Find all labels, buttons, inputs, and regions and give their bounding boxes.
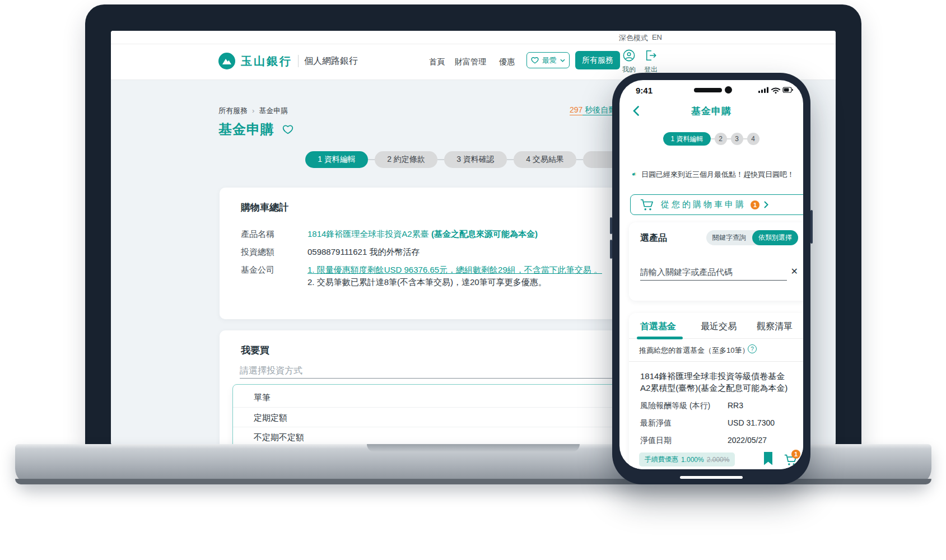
phone-frame: 9:41: [612, 73, 810, 484]
step-connector: [437, 159, 444, 160]
utility-bar: 深色模式 EN: [111, 31, 836, 44]
step-connector: [368, 159, 375, 160]
segment-keyword[interactable]: 關鍵字查詢: [706, 230, 752, 245]
nav-wealth[interactable]: 財富管理: [455, 57, 486, 67]
search-mode-segmented-control: 關鍵字查詢 依類別選擇: [706, 230, 798, 245]
cart-icon: [640, 198, 654, 212]
mountain-logo-icon: [218, 53, 235, 69]
investment-method-dropdown: 單筆 定期定額 不定期不定額: [232, 384, 650, 445]
step-4: 4 交易結果: [514, 151, 576, 168]
phone-step-2: 2: [715, 133, 727, 145]
signal-icon: [758, 87, 768, 94]
risk-level-value: RR3: [728, 401, 743, 410]
countdown-seconds: 297: [570, 105, 582, 115]
tab-watchlist[interactable]: 觀察清單: [757, 321, 793, 333]
volume-up-button: [610, 217, 612, 234]
chevron-right-icon: [764, 201, 768, 208]
status-icons: [758, 86, 793, 96]
cart-summary-title: 購物車總計: [241, 201, 288, 214]
phone-page-title: 基金申購: [619, 105, 803, 118]
fund-cart-icon[interactable]: 1: [784, 454, 798, 469]
chevron-down-icon: [560, 59, 565, 62]
product-name-label: 產品名稱: [241, 229, 274, 240]
step-1: 1 資料編輯: [305, 151, 368, 168]
tab-featured-funds[interactable]: 首選基金: [640, 321, 676, 333]
stage: 深色模式 EN 玉山銀行 個人網路銀行 首頁 財富管理 優惠 最愛: [0, 0, 946, 560]
favorite-heart-icon[interactable]: [282, 124, 293, 134]
clear-search-icon[interactable]: ✕: [791, 266, 798, 277]
breadcrumb-all-services[interactable]: 所有服務: [218, 106, 248, 115]
fund-cart-badge: 1: [791, 450, 800, 459]
tab-recent-trades[interactable]: 最近交易: [701, 321, 737, 333]
fee-current: 1.000%: [681, 456, 704, 464]
phone-step-1: 1 資料編輯: [663, 132, 710, 146]
nav-date-label: 淨值日期: [640, 436, 672, 446]
logout-button[interactable]: 登出: [640, 49, 662, 74]
dynamic-island: [694, 88, 722, 92]
product-name-value[interactable]: 1814鋒裕匯理全球非投資A2累臺 (基金之配息來源可能為本金): [307, 229, 538, 240]
product-name-text: 1814鋒裕匯理全球非投資A2累臺: [307, 229, 431, 239]
status-time: 9:41: [636, 86, 653, 95]
fund-name-line1: 1814鋒裕匯理全球非投資等級債卷基金: [640, 371, 785, 381]
risk-level-label: 風險報酬等級 (本行): [640, 401, 710, 411]
total-amount-label: 投資總額: [241, 247, 274, 258]
option-single[interactable]: 單筆: [233, 388, 649, 407]
bookmark-icon[interactable]: [763, 451, 773, 468]
phone-nav-bar: 基金申購: [619, 101, 803, 120]
camera-dot: [725, 86, 732, 94]
phone-stepper: 1 資料編輯 2 3 4: [619, 132, 803, 146]
logo-divider: [298, 55, 299, 67]
megaphone-icon: [632, 169, 636, 180]
all-services-button[interactable]: 所有服務: [575, 51, 620, 69]
fund-company-note1[interactable]: 1. 限量優惠額度剩餘USD 96376.65元，總組數剩餘29組，不含當下此筆…: [307, 265, 602, 276]
power-button: [810, 210, 813, 244]
site-name: 個人網路銀行: [304, 55, 358, 67]
user-icon: [623, 49, 635, 62]
segment-category[interactable]: 依類別選擇: [752, 230, 798, 245]
home-indicator[interactable]: [680, 476, 743, 479]
phone-status-bar: 9:41: [619, 83, 803, 97]
language-toggle[interactable]: EN: [652, 33, 662, 41]
step-3: 3 資料確認: [444, 151, 507, 168]
page-title: 基金申購: [218, 120, 274, 138]
fee-original: 2.000%: [707, 456, 730, 464]
active-tab-indicator: [637, 337, 683, 339]
option-regular-fixed[interactable]: 定期定額: [233, 407, 649, 427]
breadcrumb: 所有服務›基金申購: [218, 106, 288, 116]
product-name-note: (基金之配息來源可能為本金): [431, 229, 538, 239]
latest-nav-label: 最新淨值: [640, 418, 672, 428]
product-picker-title: 選產品: [640, 232, 667, 244]
step-connector: [727, 138, 731, 139]
step-2: 2 約定條款: [375, 151, 437, 168]
fund-name-line2: A2累積型(臺幣)(基金之配息可能為本金): [640, 383, 787, 393]
wifi-icon: [772, 88, 780, 91]
bank-name: 玉山銀行: [241, 54, 292, 69]
fund-name[interactable]: 1814鋒裕匯理全球非投資等級債卷基金 A2累積型(臺幣)(基金之配息可能為本金…: [640, 370, 799, 394]
cart-apply-label: 從您的購物車申購: [661, 199, 746, 210]
investment-method-select[interactable]: [240, 363, 643, 379]
nav-home[interactable]: 首頁: [429, 57, 445, 67]
desktop-stepper: 1 資料編輯 2 約定條款 3 資料確認 4 交易結果: [305, 151, 646, 168]
help-icon[interactable]: ?: [748, 344, 757, 353]
favorites-button[interactable]: 最愛: [526, 52, 570, 68]
cart-apply-button[interactable]: 從您的購物車申購 1: [630, 194, 803, 215]
cart-count-badge: 1: [751, 200, 759, 209]
nav-offers[interactable]: 優惠: [499, 57, 515, 67]
buy-card-title: 我要買: [241, 344, 269, 357]
fund-list-card: 首選基金 最近交易 觀察清單 推薦給您的首選基金（至多10筆） ? 1814鋒裕…: [629, 313, 803, 469]
total-amount-value: 0598879111621 我的外幣活存: [307, 247, 420, 258]
fund-company-label: 基金公司: [241, 265, 274, 276]
phone-step-4: 4: [747, 133, 759, 145]
product-search-input[interactable]: [640, 264, 787, 281]
option-irregular[interactable]: 不定期不定額: [233, 427, 649, 445]
logout-icon: [645, 49, 657, 62]
fee-discount-badge: 手續費優惠 1.000% 2.000%: [639, 452, 735, 466]
step-connector: [507, 159, 514, 160]
dark-mode-toggle[interactable]: 深色模式: [619, 33, 648, 43]
bank-logo[interactable]: 玉山銀行 個人網路銀行: [218, 53, 358, 69]
heart-icon: [531, 57, 539, 64]
step-connector: [576, 159, 583, 160]
breadcrumb-current: 基金申購: [259, 106, 288, 115]
nav-date-value: 2022/05/27: [728, 436, 767, 445]
my-account-button[interactable]: 我的: [618, 49, 640, 74]
